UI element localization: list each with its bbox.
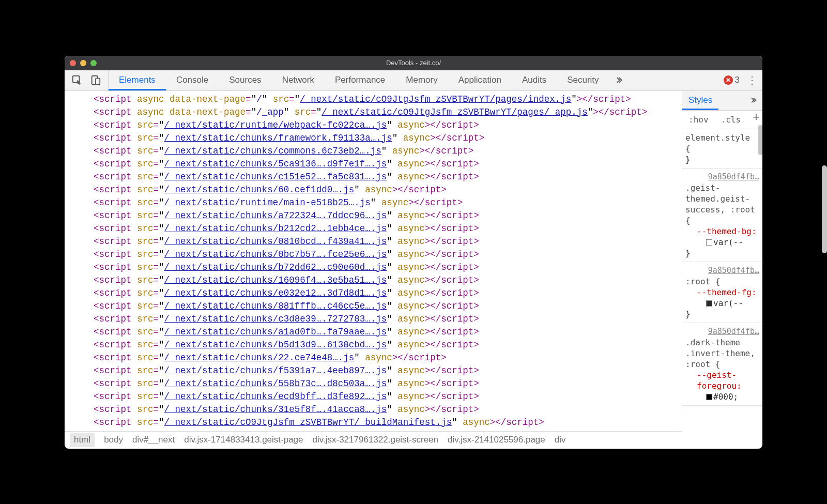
dom-node[interactable]: <script src="/_next/static/chunks/e032e1… [94,287,682,300]
devtools-window: DevTools - zeit.co/ ElementsConsoleSourc… [65,56,762,449]
dom-node[interactable]: <script src="/_next/static/chunks/22.ce7… [94,352,682,364]
dom-node[interactable]: <script src="/_next/static/chunks/c3d8e3… [94,313,682,326]
elements-panel: <script async data-next-page="/" src="/_… [65,91,682,449]
tab-application[interactable]: Application [448,70,512,90]
dom-node[interactable]: <script src="/_next/static/chunks/b212cd… [94,222,682,235]
styles-scrollbar-thumb[interactable] [758,125,762,155]
breadcrumb-item[interactable]: div.jsx-1714833413.geist-page [184,435,303,445]
dom-node[interactable]: <script async data-next-page="/" src="/_… [94,93,682,106]
dom-node[interactable]: <script src="/_next/static/chunks/558b73… [94,377,682,390]
toolbar: ElementsConsoleSourcesNetworkPerformance… [65,70,762,91]
tab-network[interactable]: Network [272,70,325,90]
dom-node[interactable]: <script src="/_next/static/runtime/main-… [94,196,682,209]
styles-panel: Styles :hov .cls + element.style {}9a850… [682,91,762,449]
dom-node[interactable]: <script src="/_next/static/chunks/a1ad0f… [94,326,682,339]
device-toolbar-icon[interactable] [87,72,104,88]
tab-elements[interactable]: Elements [109,70,166,90]
dom-node[interactable]: <script src="/_next/static/chunks/a72232… [94,209,682,222]
dom-node[interactable]: <script src="/_next/static/chunks/5ca913… [94,158,682,171]
tab-sources[interactable]: Sources [219,70,271,90]
tab-memory[interactable]: Memory [395,70,448,90]
dom-node[interactable]: <script src="/_next/static/chunks/31e5f8… [94,403,682,416]
breadcrumb-item[interactable]: div.jsx-2141025596.page [448,435,545,445]
dom-node[interactable]: <script src="/_next/static/cO9JtgJsfm_zS… [94,416,682,429]
breadcrumb-item[interactable]: body [104,435,123,445]
breadcrumb-item[interactable]: div.jsx-3217961322.geist-screen [313,435,439,445]
error-icon: ✕ [724,75,733,85]
tab-security[interactable]: Security [557,70,609,90]
inspect-element-icon[interactable] [69,72,85,88]
settings-menu-icon[interactable]: ⋮ [747,74,757,86]
dom-node[interactable]: <script src="/_next/static/chunks/b5d13d… [94,339,682,352]
hover-toggle[interactable]: :hov [682,111,715,129]
error-count-value: 3 [735,75,740,85]
dom-node[interactable]: <script src="/_next/static/chunks/common… [94,145,682,158]
dom-node[interactable]: <script src="/_next/static/chunks/c151e5… [94,171,682,184]
style-rule[interactable]: 9a850df4fb….geist-themed.geist-success, … [682,169,762,262]
style-rule[interactable]: 9a850df4fb…:root {--themed-fg:var(--} [682,262,762,323]
tab-console[interactable]: Console [166,70,219,90]
breadcrumb[interactable]: htmlbodydiv#__nextdiv.jsx-1714833413.gei… [65,431,682,449]
dom-node[interactable]: <script src="/_next/static/chunks/framew… [94,132,682,145]
dom-node[interactable]: <script src="/_next/static/chunks/ecd9bf… [94,390,682,403]
breadcrumb-item[interactable]: div [555,435,566,445]
dom-node[interactable]: <script src="/_next/static/chunks/0810bc… [94,235,682,248]
dom-node[interactable]: <script async data-next-page="/_app" src… [94,106,682,119]
svg-rect-2 [96,78,100,84]
tab-audits[interactable]: Audits [512,70,557,90]
breadcrumb-item[interactable]: html [70,433,95,447]
more-tabs-icon[interactable] [609,70,628,90]
tab-performance[interactable]: Performance [325,70,395,90]
titlebar: DevTools - zeit.co/ [65,56,762,70]
dom-node[interactable]: <script src="/_next/static/runtime/webpa… [94,119,682,132]
tab-styles[interactable]: Styles [682,91,718,110]
dom-node[interactable]: <script src="/_next/static/chunks/881fff… [94,300,682,313]
window-title: DevTools - zeit.co/ [65,59,762,67]
styles-more-tabs-icon[interactable] [744,91,762,110]
dom-node[interactable]: <script src="/_next/static/chunks/16096f… [94,274,682,287]
class-toggle[interactable]: .cls [715,111,747,129]
style-rule[interactable]: 9a850df4fb….dark-theme .invert-theme, :r… [682,323,762,406]
style-rule[interactable]: element.style {} [682,129,762,169]
error-count[interactable]: ✕ 3 [724,75,740,85]
dom-node[interactable]: <script src="/_next/static/chunks/60.cef… [94,184,682,196]
dom-node[interactable]: <script src="/_next/static/chunks/0bc7b5… [94,248,682,261]
dom-node[interactable]: <script src="/_next/static/chunks/f5391a… [94,364,682,377]
dom-tree[interactable]: <script async data-next-page="/" src="/_… [65,91,682,431]
dom-node[interactable]: <script src="/_next/static/chunks/b72dd6… [94,261,682,274]
breadcrumb-item[interactable]: div#__next [132,435,175,445]
